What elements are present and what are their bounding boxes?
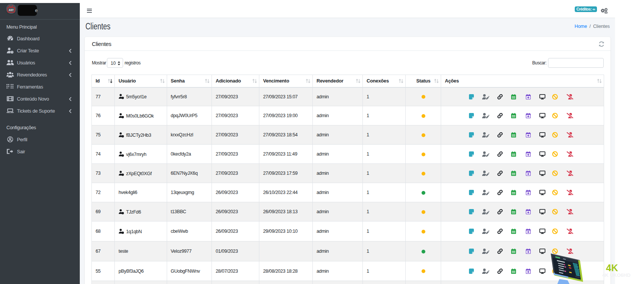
svg-text:AST: AST (9, 9, 14, 11)
